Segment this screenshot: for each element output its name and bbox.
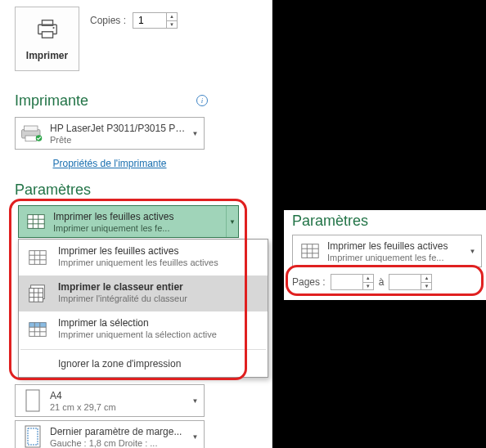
print-button-label: Imprimer xyxy=(26,50,68,61)
paper-title: A4 xyxy=(50,390,189,401)
svg-rect-5 xyxy=(25,126,38,131)
print-what-subtitle-right: Imprimer uniquement les fe... xyxy=(327,253,466,262)
page-to-spinner[interactable]: ▲ ▼ xyxy=(389,274,432,290)
svg-rect-30 xyxy=(26,390,39,411)
spinner-up-icon[interactable]: ▲ xyxy=(167,13,177,21)
spinner-buttons[interactable]: ▲ ▼ xyxy=(421,275,431,289)
print-what-title-right: Imprimer les feuilles actives xyxy=(327,240,466,252)
chevron-down-icon[interactable]: ▼ xyxy=(190,421,200,448)
printer-status: Prête xyxy=(50,135,189,145)
paper-icon xyxy=(20,388,45,413)
margins-title: Dernier paramètre de marge... xyxy=(50,426,189,437)
copies-label: Copies : xyxy=(90,15,126,26)
menu-item-whole-workbook[interactable]: Imprimer le classeur entier Imprimer l'i… xyxy=(19,276,268,311)
svg-rect-25 xyxy=(29,323,46,328)
page-from-spinner[interactable]: ▲ ▼ xyxy=(331,274,374,290)
pages-label: Pages : xyxy=(292,276,326,288)
print-what-title: Imprimer les feuilles actives xyxy=(53,211,223,222)
chevron-down-icon[interactable]: ▼ xyxy=(190,385,200,416)
paper-size-combo[interactable]: A4 21 cm x 29,7 cm ▼ xyxy=(15,384,205,417)
info-icon[interactable]: i xyxy=(196,95,208,106)
copies-row: Copies : ▲ ▼ xyxy=(90,12,178,29)
sheets-icon xyxy=(24,211,48,232)
svg-rect-8 xyxy=(28,215,44,229)
print-what-combo[interactable]: Imprimer les feuilles actives Imprimer u… xyxy=(18,205,239,238)
printer-combo[interactable]: HP LaserJet P3011/P3015 PCL6 Prête ▼ xyxy=(15,117,205,150)
svg-rect-6 xyxy=(25,136,37,141)
printer-properties-link[interactable]: Propriétés de l'imprimante xyxy=(15,158,205,169)
page-from-input[interactable] xyxy=(331,275,362,289)
print-backstage-panel: Imprimer Copies : ▲ ▼ Imprimante i HP La… xyxy=(0,0,272,448)
spinner-down-icon[interactable]: ▼ xyxy=(363,283,373,290)
svg-rect-2 xyxy=(42,32,52,38)
settings-heading: Paramètres xyxy=(15,181,91,199)
printer-device-icon xyxy=(20,123,45,143)
chevron-down-icon[interactable]: ▼ xyxy=(190,118,200,149)
svg-point-3 xyxy=(52,27,54,29)
menu-item-subtitle: Imprimer uniquement la sélection active xyxy=(58,329,217,339)
menu-item-selection[interactable]: Imprimer la sélection Imprimer uniquemen… xyxy=(19,311,268,347)
settings-heading-right: Paramètres xyxy=(292,213,368,230)
pages-to-label: à xyxy=(379,276,385,288)
printer-name: HP LaserJet P3011/P3015 PCL6 xyxy=(50,123,189,134)
chevron-down-icon[interactable]: ▼ xyxy=(467,235,478,267)
spinner-up-icon[interactable]: ▲ xyxy=(363,275,373,283)
menu-item-subtitle: Imprimer uniquement les feuilles actives xyxy=(58,258,218,267)
sheets-icon xyxy=(298,240,322,262)
pages-row: Pages : ▲ ▼ à ▲ ▼ xyxy=(292,274,432,290)
printer-icon xyxy=(35,16,60,43)
menu-item-active-sheets[interactable]: Imprimer les feuilles actives Imprimer u… xyxy=(19,240,268,276)
workbook-icon xyxy=(25,281,50,304)
spinner-down-icon[interactable]: ▼ xyxy=(167,21,177,29)
menu-item-title: Imprimer la sélection xyxy=(58,317,217,329)
spinner-down-icon[interactable]: ▼ xyxy=(421,283,431,290)
printer-heading: Imprimante xyxy=(15,92,88,110)
print-what-subtitle: Imprimer uniquement les fe... xyxy=(53,223,223,233)
paper-subtitle: 21 cm x 29,7 cm xyxy=(50,402,189,412)
menu-ignore-print-area[interactable]: Ignorer la zone d'impression xyxy=(19,352,268,377)
spinner-up-icon[interactable]: ▲ xyxy=(421,275,431,283)
copies-input[interactable] xyxy=(133,13,166,28)
menu-item-title: Imprimer les feuilles actives xyxy=(58,245,218,257)
spinner-buttons[interactable]: ▲ ▼ xyxy=(362,275,373,289)
page-to-input[interactable] xyxy=(389,275,421,289)
right-detail-panel: Paramètres Imprimer les feuilles actives… xyxy=(284,210,486,300)
print-what-combo-right[interactable]: Imprimer les feuilles actives Imprimer u… xyxy=(292,235,482,267)
sheets-active-icon xyxy=(25,245,50,268)
selection-icon xyxy=(25,317,50,340)
print-button[interactable]: Imprimer xyxy=(15,7,79,71)
menu-item-subtitle: Imprimer l'intégralité du classeur xyxy=(58,293,187,303)
print-what-menu: Imprimer les feuilles actives Imprimer u… xyxy=(18,239,268,378)
margins-subtitle: Gauche : 1,8 cm Droite : ... xyxy=(50,438,189,448)
svg-rect-19 xyxy=(29,289,43,302)
svg-rect-33 xyxy=(302,244,318,258)
svg-rect-13 xyxy=(29,251,46,265)
menu-item-title: Imprimer le classeur entier xyxy=(58,281,187,293)
spinner-buttons[interactable]: ▲ ▼ xyxy=(166,13,177,28)
margins-combo[interactable]: Dernier paramètre de marge... Gauche : 1… xyxy=(15,420,205,448)
copies-spinner[interactable]: ▲ ▼ xyxy=(133,12,178,29)
margins-icon xyxy=(20,424,45,448)
chevron-down-icon[interactable]: ▼ xyxy=(226,206,238,237)
menu-separator xyxy=(20,349,266,350)
